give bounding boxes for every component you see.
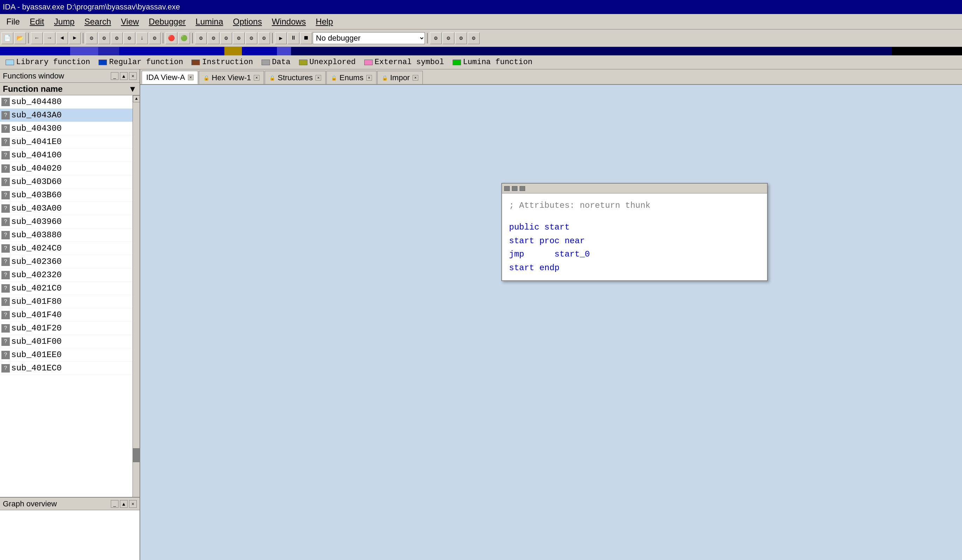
function-list-item[interactable]: ?sub_401F20 [0,322,140,335]
function-list-item[interactable]: ?sub_4021C0 [0,282,140,295]
panel-minimize-btn[interactable]: _ [111,72,118,80]
menu-item-edit[interactable]: Edit [25,15,49,28]
function-list-item[interactable]: ?sub_404300 [0,122,140,135]
functions-column-header: Function name ▼ [0,83,140,95]
panel-close-btn[interactable]: × [129,72,137,80]
toolbar-btn7[interactable]: 🔴 [165,32,178,44]
function-name: sub_404100 [11,150,62,160]
tab-enums[interactable]: 🔒Enums× [326,71,376,84]
toolbar-btn4[interactable]: ⚙ [123,32,135,44]
toolbar-btn5[interactable]: ↓ [136,32,148,44]
toolbar-btn10[interactable]: ⚙ [208,32,220,44]
toolbar-btn17[interactable]: ⚙ [455,32,467,44]
function-list-item[interactable]: ?sub_401F80 [0,295,140,308]
menu-item-view[interactable]: View [116,15,144,28]
function-list-item[interactable]: ?sub_404480 [0,95,140,109]
functions-panel-title: Functions window [3,71,64,80]
tab-close-btn[interactable]: × [413,75,418,80]
tab-impor[interactable]: 🔒Impor× [377,71,423,84]
scroll-thumb[interactable] [133,448,140,462]
toolbar-btn12[interactable]: ⚙ [233,32,245,44]
legend-color-regular-function [98,60,107,65]
scroll-track[interactable] [133,102,140,535]
legend-color-instruction [191,60,200,65]
function-list-item[interactable]: ?sub_403D60 [0,175,140,188]
function-icon: ? [2,244,10,253]
toolbar-btn1[interactable]: ⚙ [86,32,97,44]
tab-lock-icon: 🔒 [331,75,337,80]
toolbar-btn8[interactable]: 🟢 [178,32,190,44]
function-list-item[interactable]: ?sub_404100 [0,149,140,162]
function-list-item[interactable]: ?sub_402320 [0,269,140,282]
toolbar-btn15[interactable]: ⚙ [430,32,442,44]
legend-label-instruction: Instruction [202,58,253,67]
toolbar-btn14[interactable]: ⚙ [258,32,270,44]
menu-item-jump[interactable]: Jump [49,15,79,28]
toolbar-sep-5 [272,33,273,43]
function-list-item[interactable]: ?sub_404020 [0,162,140,175]
tab-close-btn[interactable]: × [188,75,194,80]
panel-float-btn[interactable]: ▲ [120,72,128,80]
legend-color-lumina-function [453,60,461,65]
nav-block-5 [224,47,242,55]
toolbar-btn16[interactable]: ⚙ [442,32,454,44]
toolbar-btn3[interactable]: ⚙ [111,32,123,44]
function-list-item[interactable]: ?sub_4043A0 [0,109,140,122]
function-list-item[interactable]: ?sub_401F00 [0,335,140,348]
menu-item-options[interactable]: Options [228,15,267,28]
toolbar-play[interactable]: ▶ [275,32,287,44]
tab-close-btn[interactable]: × [366,75,372,80]
menu-item-help[interactable]: Help [311,15,338,28]
toolbar-btn9[interactable]: ⚙ [195,32,207,44]
toolbar-btn11[interactable]: ⚙ [220,32,232,44]
toolbar-back[interactable]: ← [31,32,43,44]
toolbar-btn18[interactable]: ⚙ [468,32,479,44]
toolbar-btn13[interactable]: ⚙ [245,32,257,44]
graph-panel-minimize-btn[interactable]: _ [111,500,118,508]
function-name: sub_403880 [11,230,62,240]
menu-item-file[interactable]: File [2,15,25,28]
graph-panel-close-btn[interactable]: × [129,500,137,508]
title-bar-text: IDA - byassav.exe D:\program\byassav\bya… [3,2,180,11]
debugger-selector[interactable]: No debugger [313,32,425,44]
toolbar-fwd[interactable]: → [44,32,55,44]
functions-scrollbar[interactable]: ▲ ▼ [132,95,140,542]
legend-item-lumina-function: Lumina function [453,58,533,67]
function-list-item[interactable]: ?sub_401EE0 [0,348,140,362]
legend-bar: Library functionRegular functionInstruct… [0,55,962,69]
function-list-item[interactable]: ?sub_401F40 [0,308,140,322]
toolbar-new[interactable]: 📄 [2,32,13,44]
function-name: sub_4043A0 [11,110,62,120]
content-area[interactable]: ; Attributes: noreturn thunk public star… [140,85,962,560]
function-list-item[interactable]: ?sub_403960 [0,215,140,229]
toolbar-btn6[interactable]: ⚙ [148,32,161,44]
tab-ida-view-a[interactable]: IDA View-A× [142,71,198,84]
menu-item-debugger[interactable]: Debugger [144,15,190,28]
function-icon: ? [2,298,10,306]
toolbar-back2[interactable]: ◄ [56,32,68,44]
legend-item-unexplored: Unexplored [299,58,356,67]
toolbar-open[interactable]: 📂 [14,32,26,44]
function-list-item[interactable]: ?sub_4041E0 [0,135,140,149]
toolbar-fwd2[interactable]: ► [69,32,81,44]
scroll-up-btn[interactable]: ▲ [133,95,140,102]
function-list-item[interactable]: ?sub_403A00 [0,202,140,215]
function-list-item[interactable]: ?sub_403880 [0,229,140,242]
function-list-item[interactable]: ?sub_401EC0 [0,362,140,375]
menu-item-windows[interactable]: Windows [267,15,311,28]
tab-hex-view-1[interactable]: 🔒Hex View-1× [199,71,264,84]
graph-panel-float-btn[interactable]: ▲ [120,500,128,508]
toolbar-btn2[interactable]: ⚙ [98,32,110,44]
menu-item-search[interactable]: Search [79,15,116,28]
function-list-item[interactable]: ?sub_4024C0 [0,242,140,255]
function-list-item[interactable]: ?sub_402360 [0,255,140,269]
menu-item-lumina[interactable]: Lumina [191,15,228,28]
toolbar-pause[interactable]: ⏸ [287,32,299,44]
tab-close-btn[interactable]: × [316,75,321,80]
functions-list[interactable]: ?sub_404480?sub_4043A0?sub_404300?sub_40… [0,95,140,542]
function-name: sub_403960 [11,217,62,226]
function-list-item[interactable]: ?sub_403B60 [0,188,140,202]
tab-close-btn[interactable]: × [254,75,260,80]
toolbar-stop[interactable]: ⏹ [300,32,312,44]
tab-structures[interactable]: 🔒Structures× [265,71,326,84]
